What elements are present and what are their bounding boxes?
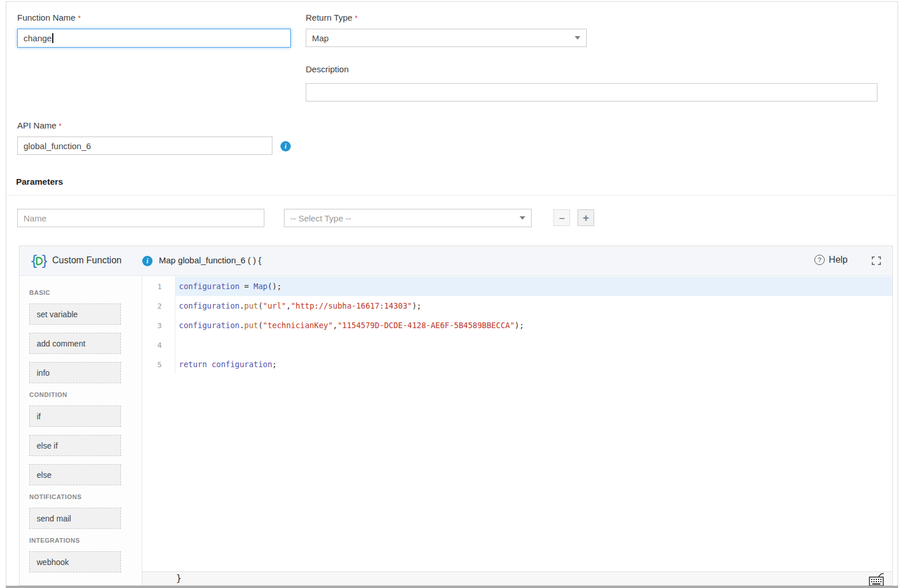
draggable-snippet-info[interactable]: info (29, 362, 121, 383)
return-type-select[interactable]: Map (306, 29, 587, 47)
draggable-snippet-if[interactable]: if (29, 406, 121, 427)
sidebar-section: BASICset variableadd commentinfo (29, 289, 142, 383)
sidebar-section-label: BASIC (29, 289, 142, 296)
function-name-label-text: Function Name (17, 13, 76, 22)
help-button[interactable]: ? Help (814, 255, 848, 265)
parameter-type-select[interactable]: -- Select Type -- (284, 209, 532, 227)
line-number: 4 (142, 335, 175, 355)
function-signature: Map global_function_6 ( ) { (159, 255, 261, 265)
api-name-label: API Name* (17, 120, 61, 130)
fullscreen-icon[interactable] (872, 256, 881, 265)
function-name-input[interactable]: change (17, 29, 291, 48)
keyboard-icon[interactable] (868, 573, 886, 586)
return-type-value: Map (312, 33, 329, 43)
editor-title: Custom Function (52, 255, 122, 266)
chevron-down-icon (575, 36, 580, 40)
code-text: return configuration; (175, 355, 892, 374)
code-text: configuration = Map(); (175, 277, 892, 296)
chevron-down-icon (520, 216, 525, 220)
editor-header: { } Custom Function i Map global_functio… (19, 246, 892, 276)
info-icon[interactable]: i (280, 141, 291, 151)
code-text: configuration.put("url","http://subha-16… (175, 296, 892, 316)
description-label-text: Description (306, 64, 349, 74)
draggable-snippet-webhook[interactable]: webhook (29, 551, 121, 573)
code-line[interactable]: 5return configuration; (142, 355, 892, 374)
parameter-type-placeholder: -- Select Type -- (290, 213, 351, 223)
line-number: 3 (142, 316, 175, 335)
custom-function-icon: { } (30, 252, 47, 270)
line-number: 2 (142, 296, 175, 316)
sidebar-section: NOTIFICATIONSsend mail (29, 493, 142, 529)
code-text (175, 335, 892, 355)
description-input[interactable] (306, 83, 877, 102)
info-icon[interactable]: i (142, 256, 153, 266)
closing-brace: } (176, 573, 182, 583)
code-editor[interactable]: 1configuration = Map();2configuration.pu… (142, 277, 892, 571)
required-asterisk: * (354, 14, 357, 22)
sidebar-section: INTEGRATIONSwebhook (29, 537, 142, 573)
function-name-value: change (24, 33, 52, 43)
description-label: Description (306, 64, 349, 74)
line-number: 1 (142, 277, 175, 296)
question-icon: ? (814, 255, 825, 265)
required-asterisk: * (58, 122, 61, 130)
text-cursor (52, 33, 53, 43)
draggable-snippet-else-if[interactable]: else if (29, 435, 121, 456)
sidebar-section-label: NOTIFICATIONS (29, 493, 142, 500)
code-line[interactable]: 2configuration.put("url","http://subha-1… (142, 296, 892, 316)
draggable-snippet-set-variable[interactable]: set variable (29, 303, 121, 325)
parameter-name-input[interactable] (17, 209, 264, 227)
line-number: 5 (142, 355, 175, 374)
api-name-label-text: API Name (17, 120, 56, 130)
required-asterisk: * (78, 14, 81, 22)
sidebar-section: CONDITIONifelse ifelse (29, 391, 142, 485)
api-name-input[interactable] (17, 137, 272, 155)
code-text: configuration.put("technicianKey","11545… (175, 316, 892, 335)
divider (6, 195, 898, 196)
code-line[interactable]: 1configuration = Map(); (142, 277, 892, 296)
code-line[interactable]: 4 (142, 335, 892, 355)
custom-function-editor: { } Custom Function i Map global_functio… (19, 246, 893, 586)
remove-parameter-button[interactable]: − (553, 209, 570, 226)
sidebar-section-label: CONDITION (29, 391, 142, 398)
code-line[interactable]: 3configuration.put("technicianKey","1154… (142, 316, 892, 335)
help-label: Help (829, 255, 848, 265)
editor-footer: } (142, 571, 892, 585)
custom-function-page: Function Name* change Return Type* Map D… (0, 0, 901, 588)
function-name-label: Function Name* (17, 13, 81, 22)
sidebar-section-label: INTEGRATIONS (29, 537, 142, 544)
parameters-heading: Parameters (16, 177, 63, 186)
draggable-snippet-send-mail[interactable]: send mail (29, 508, 121, 529)
editor-sidebar: BASICset variableadd commentinfoCONDITIO… (19, 277, 142, 585)
draggable-snippet-add-comment[interactable]: add comment (29, 333, 121, 354)
return-type-label: Return Type* (306, 13, 358, 22)
return-type-label-text: Return Type (306, 13, 352, 22)
bottom-scrollbar[interactable] (6, 586, 898, 588)
draggable-snippet-else[interactable]: else (29, 464, 121, 485)
add-parameter-button[interactable]: + (578, 209, 594, 226)
